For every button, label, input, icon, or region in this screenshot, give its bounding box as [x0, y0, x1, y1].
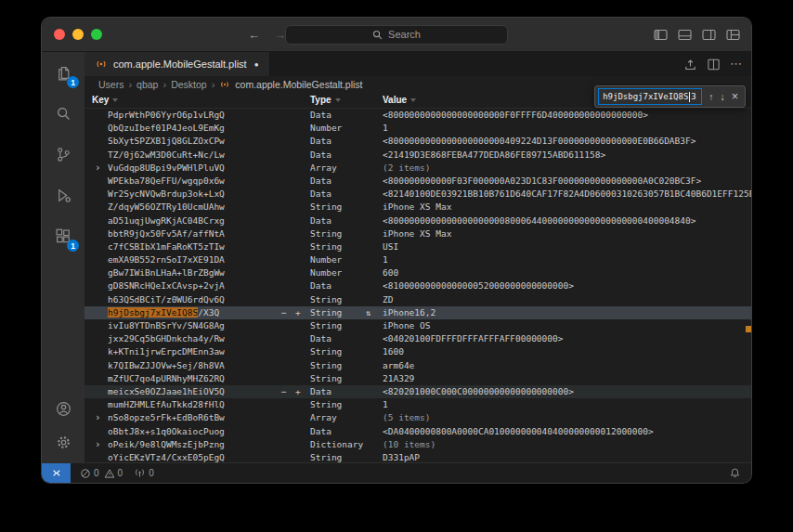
ports-status[interactable]: 0 — [134, 467, 156, 479]
extensions-badge: 1 — [67, 240, 79, 252]
table-row[interactable]: ›oPeik/9e8lQWMszEjbPzngDictionary(10 ite… — [84, 438, 751, 451]
find-input[interactable]: h9jDsbgj7xIVeIQ8S3 — [598, 88, 702, 105]
type-cell: Number — [310, 253, 342, 266]
table-row[interactable]: oYicEKzVTz4/CxxE05pEgQStringD331pAP — [84, 451, 751, 462]
account-icon[interactable] — [42, 392, 84, 425]
main-area: 1 — [42, 52, 751, 462]
table-row[interactable]: gD8SNRcHQeIxCAvsp+2vjAData<8100000000000… — [84, 279, 751, 292]
expand-chevron-icon[interactable]: › — [95, 438, 101, 450]
find-next-button[interactable]: ↓ — [720, 91, 724, 102]
column-header-key[interactable]: Key — [92, 95, 118, 105]
unsaved-changes-dot[interactable]: ● — [254, 60, 259, 69]
settings-gear-icon[interactable] — [42, 425, 84, 459]
type-cell: String — [310, 240, 342, 253]
close-window-button[interactable] — [54, 29, 65, 40]
table-row[interactable]: WPEkba78QeFFU/wgqp0x6wData<800000000000F… — [84, 175, 751, 188]
table-row[interactable]: gBw7IWiBnLHaA+lBrZBgWwNumber600 — [84, 266, 751, 279]
value-cell: <21419D3E868FEBA477DEDA86FE89715ABD61115… — [383, 149, 751, 162]
breadcrumb-item-desktop[interactable]: Desktop — [171, 79, 207, 90]
split-editor-icon[interactable] — [707, 58, 721, 71]
table-row[interactable]: PdprWthP06YyrO6p1vLRgQData<8000000000000… — [84, 109, 751, 122]
table-row[interactable]: oBbtJ8x+s1q0OkaiocPuogData<DA0400000800A… — [84, 425, 751, 438]
table-row[interactable]: jxx29Cq5bGHDnkcha4y/RwData<04020100FDFFF… — [84, 332, 751, 345]
extensions-icon[interactable]: 1 — [42, 215, 84, 256]
find-close-button[interactable]: × — [732, 90, 738, 103]
table-row[interactable]: bbtR9jQx50Fv5Af/affNtAStringiPhone XS Ma… — [84, 227, 751, 240]
column-key-label: Key — [92, 95, 109, 105]
macos-window-controls — [54, 29, 102, 40]
toggle-secondary-sidebar-icon[interactable] — [702, 29, 716, 41]
radio-tower-icon — [134, 467, 146, 479]
table-row[interactable]: TZ/0j62wM3D0CuRt+Nc/LwData<21419D3E868FE… — [84, 149, 751, 162]
key-cell: mZfUC7qo4pURNhyMHZ62RQ — [108, 372, 225, 385]
find-match-highlight: h9jDsbgj7xIVeIQ8S — [108, 307, 198, 318]
expand-chevron-icon[interactable]: › — [95, 411, 101, 423]
breadcrumb-separator-icon: › — [162, 80, 166, 89]
value-cell: 1600 — [383, 345, 751, 358]
remote-indicator[interactable] — [42, 463, 71, 483]
table-row[interactable]: emXA9B552rnSoI7xXE91DANumber1 — [84, 253, 751, 266]
table-row[interactable]: SbXytSPZXB1jQ8GLZOxCPwData<8000000000000… — [84, 135, 751, 148]
table-row[interactable]: c7fCSBIbX1mFaRoKT5zTIwStringUSI — [84, 240, 751, 253]
breadcrumb-item-users[interactable]: Users — [98, 79, 124, 90]
table-row[interactable]: meicxSe0OZJaae1hEiOV5Q−+Data<820201000C0… — [84, 385, 751, 398]
type-cell: String — [310, 451, 342, 462]
table-row[interactable]: k7QIBwZJJOVw+Sej/8h8VAStringarm64e — [84, 359, 751, 372]
expand-chevron-icon[interactable]: › — [95, 162, 101, 174]
toggle-primary-sidebar-icon[interactable] — [654, 29, 668, 41]
explorer-badge: 1 — [67, 76, 79, 88]
key-cell: oBbtJ8x+s1q0OkaiocPuog — [108, 425, 225, 438]
tab-mobilegestalt-plist[interactable]: com.apple.MobileGestalt.plist ● — [84, 52, 270, 76]
table-row[interactable]: mumHZHMLEfAuTkkd28fHlQString1 — [84, 398, 751, 411]
table-row[interactable]: aD51uqjUwgRKjAC04BCrxgData<8000000000000… — [84, 214, 751, 227]
customize-layout-icon[interactable] — [726, 29, 740, 41]
table-row[interactable]: mZfUC7qo4pURNhyMHZ62RQString21A329 — [84, 372, 751, 385]
text-cursor — [689, 92, 690, 102]
bell-icon — [729, 467, 741, 479]
table-row[interactable]: Wr2SycNVQwBrdup3ok+LxQData<82140100DE039… — [84, 188, 751, 201]
search-view-icon[interactable] — [42, 93, 84, 134]
titlebar: ← → Search — [42, 18, 751, 52]
zoom-window-button[interactable] — [91, 29, 102, 40]
breadcrumb-item-file[interactable]: com.apple.MobileGestalt.plist — [235, 79, 362, 90]
value-cell: <800000000000F03F000000A023D1C83F0000000… — [383, 175, 751, 188]
editor-actions: ⋯ — [683, 52, 751, 76]
breadcrumb-item-qbap[interactable]: qbap — [136, 79, 158, 90]
command-center-search[interactable]: Search — [285, 25, 508, 45]
remove-row-button[interactable]: − — [281, 385, 287, 398]
notifications-bell[interactable] — [729, 467, 741, 479]
table-row[interactable]: h63QSdBCiT/z0WU6rdQv6QStringZD — [84, 293, 751, 306]
value-cell: 600 — [383, 266, 751, 279]
remove-row-button[interactable]: − — [281, 306, 287, 319]
minimize-window-button[interactable] — [72, 29, 84, 40]
column-header-value[interactable]: Value — [383, 95, 416, 105]
value-cell: iPhone16,2 — [383, 306, 751, 319]
table-row[interactable]: Z/dqyW56OZTRy10UcmUAhwStringiPhone XS Ma… — [84, 201, 751, 214]
search-placeholder: Search — [388, 29, 421, 40]
upload-icon[interactable] — [683, 58, 697, 71]
sort-icon — [410, 98, 416, 102]
table-row[interactable]: h9jDsbgj7xIVeIQ8S/X3Q−+String⇅iPhone16,2 — [84, 306, 751, 319]
run-debug-icon[interactable] — [42, 175, 84, 215]
find-previous-button[interactable]: ↑ — [708, 91, 713, 102]
type-picker-icon[interactable]: ⇅ — [366, 306, 370, 319]
add-row-button[interactable]: + — [295, 306, 301, 319]
column-header-type[interactable]: Type — [310, 95, 341, 105]
problems-status[interactable]: 0 0 — [80, 468, 124, 479]
table-row[interactable]: k+KTni1jrwErpcDMEnn3awString1600 — [84, 345, 751, 358]
source-control-icon[interactable] — [42, 134, 84, 175]
table-row[interactable]: QbQzuIbef01P4JeoL9EmKgNumber1 — [84, 122, 751, 135]
tab-label: com.apple.MobileGestalt.plist — [113, 58, 247, 70]
table-row[interactable]: ivIu8YTDnBSrYv/SN4G8AgStringiPhone OS — [84, 319, 751, 332]
value-cell: 1 — [383, 253, 751, 266]
table-row[interactable]: ›nSo8opze5rFk+EdBoR6tBwArray(5 items) — [84, 411, 751, 424]
back-arrow-icon[interactable]: ← — [248, 28, 260, 42]
add-row-button[interactable]: + — [295, 385, 301, 398]
more-actions-icon[interactable]: ⋯ — [730, 59, 742, 69]
key-cell: jxx29Cq5bGHDnkcha4y/Rw — [108, 332, 225, 345]
value-cell: arm64e — [383, 359, 751, 372]
toggle-panel-icon[interactable] — [678, 29, 692, 41]
explorer-icon[interactable]: 1 — [42, 52, 84, 93]
warning-icon — [104, 468, 115, 479]
table-row[interactable]: ›VuGdqp8UBpi9vPWHlPluVQArray(2 items) — [84, 162, 751, 175]
